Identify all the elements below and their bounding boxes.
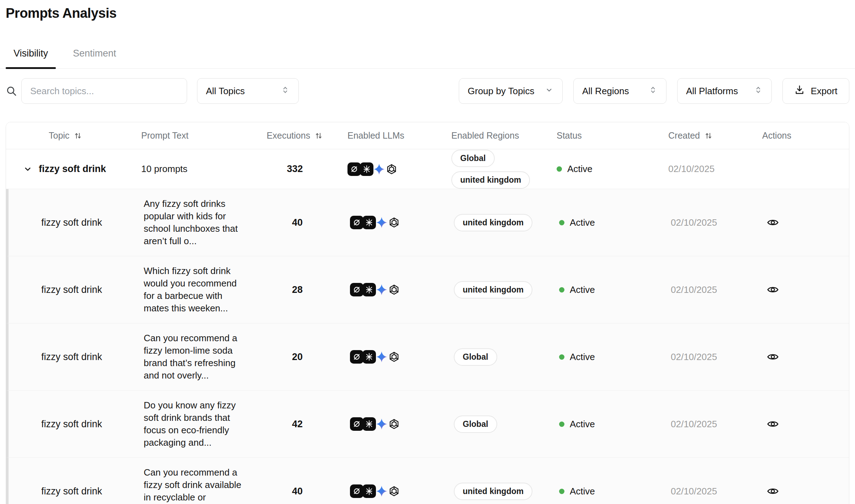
topic-cell: fizzy soft drink <box>40 419 137 430</box>
filter-bar: All Topics Group by Topics All Regions <box>6 78 849 104</box>
table-header-row: Topic Prompt Text Executions <box>6 122 849 149</box>
status-label: Active <box>570 352 595 363</box>
platforms-select-value: All Platforms <box>686 86 738 97</box>
chevron-down-icon <box>545 85 554 97</box>
executions-cell: 28 <box>255 284 340 295</box>
prompt-text-cell: Any fizzy soft drinks popular with kids … <box>137 198 243 247</box>
table-row: fizzy soft drink Any fizzy soft drinks p… <box>6 189 849 256</box>
table-row: fizzy soft drink Can you recommend a fiz… <box>6 323 849 391</box>
region-badge: united kingdom <box>454 214 532 231</box>
table-row: fizzy soft drink 10 prompts 332 <box>6 149 849 189</box>
region-badge: united kingdom <box>454 281 532 299</box>
column-header-actions: Actions <box>756 130 849 141</box>
regions-select[interactable]: All Regions <box>573 78 667 104</box>
status-label: Active <box>567 163 593 175</box>
openai-icon <box>387 216 401 229</box>
sort-icon <box>314 132 323 140</box>
region-badge: Global <box>454 348 497 366</box>
perplexity-icon <box>362 350 376 364</box>
sort-icon <box>74 132 82 140</box>
region-badge: united kingdom <box>454 483 532 500</box>
topics-select[interactable]: All Topics <box>197 78 299 104</box>
enabled-regions-cell: united kingdom <box>447 214 553 231</box>
search-icon <box>6 85 21 97</box>
created-cell: 02/10/2025 <box>663 284 759 295</box>
grok-icon <box>350 484 363 498</box>
enabled-regions-cell: united kingdom <box>447 281 553 299</box>
perplexity-icon <box>360 162 373 176</box>
enabled-regions-cell: Globalunited kingdom <box>444 150 551 189</box>
view-action-button[interactable] <box>765 215 781 230</box>
prompts-table: Topic Prompt Text Executions <box>6 122 849 504</box>
gemini-icon <box>375 216 388 229</box>
openai-icon <box>387 417 401 431</box>
column-header-prompt-text: Prompt Text <box>134 130 252 141</box>
tab-visibility[interactable]: Visibility <box>6 48 56 68</box>
topic-cell: fizzy soft drink <box>40 284 137 295</box>
perplexity-icon <box>362 417 376 431</box>
regions-select-value: All Regions <box>582 86 629 97</box>
enabled-llms-cell <box>338 162 444 176</box>
topic-cell: fizzy soft drink <box>40 217 137 228</box>
search-input[interactable] <box>21 78 187 104</box>
view-action-button[interactable] <box>765 484 781 498</box>
status-dot <box>559 354 564 360</box>
openai-icon <box>387 350 401 364</box>
prompt-text-cell: 10 prompts <box>134 163 241 175</box>
platforms-select[interactable]: All Platforms <box>677 78 772 104</box>
gemini-icon <box>375 417 388 431</box>
column-header-executions[interactable]: Executions <box>252 130 338 141</box>
enabled-llms-cell <box>340 283 447 296</box>
grok-icon <box>350 417 363 431</box>
enabled-llms-cell <box>340 417 447 431</box>
status-cell: Active <box>553 486 663 497</box>
table-row: fizzy soft drink Do you know any fizzy s… <box>6 391 849 458</box>
group-by-select[interactable]: Group by Topics <box>459 78 563 104</box>
export-button[interactable]: Export <box>782 78 849 104</box>
created-cell: 02/10/2025 <box>663 217 759 228</box>
status-cell: Active <box>553 284 663 295</box>
column-header-enabled-regions: Enabled Regions <box>444 130 551 141</box>
column-header-status: Status <box>551 130 660 141</box>
status-cell: Active <box>551 163 660 175</box>
enabled-llms-cell <box>340 350 447 364</box>
page-title: Prompts Analysis <box>0 6 855 21</box>
tab-bar: Visibility Sentiment <box>0 48 855 69</box>
grok-icon <box>350 350 363 364</box>
view-action-button[interactable] <box>765 417 781 431</box>
openai-icon <box>387 484 401 498</box>
gemini-icon <box>372 162 386 176</box>
enabled-regions-cell: Global <box>447 348 553 366</box>
download-icon <box>794 85 805 98</box>
group-by-select-value: Group by Topics <box>468 86 534 97</box>
created-cell: 02/10/2025 <box>660 163 756 175</box>
perplexity-icon <box>362 484 376 498</box>
topic-cell: fizzy soft drink <box>40 486 137 497</box>
executions-cell: 40 <box>255 217 340 228</box>
column-header-topic[interactable]: Topic <box>37 130 134 141</box>
enabled-llms-cell <box>340 216 447 229</box>
view-action-button[interactable] <box>765 283 781 297</box>
prompts-analysis-page: Prompts Analysis Visibility Sentiment Al… <box>0 0 855 504</box>
expand-chevron-icon[interactable] <box>22 163 34 175</box>
created-cell: 02/10/2025 <box>663 486 759 497</box>
topic-cell: fizzy soft drink <box>37 163 134 175</box>
table-body: fizzy soft drink 10 prompts 332 <box>6 149 849 504</box>
openai-icon <box>387 283 401 296</box>
gemini-icon <box>375 283 388 296</box>
grok-icon <box>350 283 363 296</box>
openai-icon <box>385 162 398 176</box>
view-action-button[interactable] <box>765 350 781 364</box>
status-cell: Active <box>553 419 663 430</box>
executions-cell: 332 <box>252 163 338 175</box>
grok-icon <box>350 216 363 229</box>
created-cell: 02/10/2025 <box>663 419 759 430</box>
column-header-created[interactable]: Created <box>660 130 756 141</box>
right-filter-group: Group by Topics All Regions All Platform… <box>459 78 849 104</box>
status-label: Active <box>570 217 595 228</box>
tab-sentiment[interactable]: Sentiment <box>65 48 124 68</box>
status-label: Active <box>570 419 595 430</box>
grok-icon <box>347 162 361 176</box>
gemini-icon <box>375 350 388 364</box>
region-badge: Global <box>454 415 497 433</box>
